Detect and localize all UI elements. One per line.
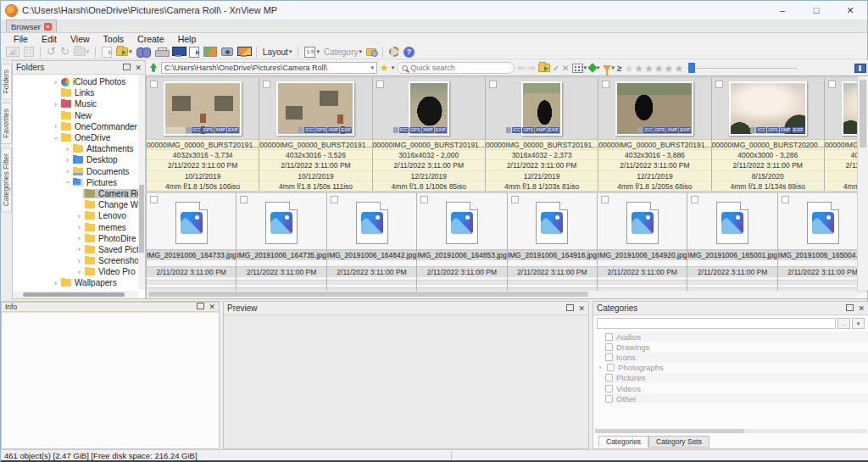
- categories-filter-input[interactable]: [597, 318, 836, 329]
- category-item[interactable]: Drawings: [605, 342, 868, 352]
- grid-vscrollbar[interactable]: [857, 76, 868, 290]
- browse-folder-button[interactable]: [538, 64, 550, 72]
- category-item[interactable]: Other: [605, 393, 868, 404]
- side-tab-folders[interactable]: Folders: [1, 64, 12, 99]
- file-checkbox[interactable]: [150, 196, 158, 203]
- categories-hscrollbar[interactable]: [595, 429, 866, 433]
- expander-icon[interactable]: ›: [64, 167, 71, 175]
- category-checkbox[interactable]: [605, 343, 613, 351]
- menu-view[interactable]: View: [64, 34, 96, 44]
- file-info-button[interactable]: [102, 47, 112, 58]
- folder-tree-item[interactable]: ›iCloud Photos: [13, 76, 138, 87]
- category-item[interactable]: Audios: [605, 331, 868, 342]
- folder-tree-item[interactable]: ›Screensho: [13, 255, 138, 266]
- close-panel-icon[interactable]: ✕: [135, 64, 142, 72]
- thumbnail-cell[interactable]: ICCGPSXMPEXIF00000IMG_00000_BURST20191..…: [147, 78, 259, 191]
- rating-operator-button[interactable]: ≥: [617, 64, 622, 73]
- category-item[interactable]: ›Photographs: [605, 363, 868, 373]
- tab-close-icon[interactable]: ✕: [44, 23, 52, 31]
- side-tab-favorites[interactable]: Favorites: [1, 103, 12, 144]
- close-button[interactable]: ✕: [833, 1, 867, 19]
- rating-stars[interactable]: ★★★★★★: [625, 60, 685, 75]
- thumbnail-photo[interactable]: ICCGPSXMPEXIF: [164, 81, 242, 136]
- file-cell[interactable]: IMG_20191006_164853.jpg2/11/2022 3:11:00…: [417, 193, 507, 299]
- settings-button[interactable]: [389, 47, 399, 57]
- file-checkbox[interactable]: [331, 196, 338, 203]
- menu-edit[interactable]: Edit: [36, 34, 63, 44]
- folder-tree-item[interactable]: ›Video Pro: [13, 266, 138, 277]
- select-button[interactable]: ✓: [553, 64, 559, 73]
- file-checkbox[interactable]: [240, 196, 248, 203]
- up-arrow-icon[interactable]: [148, 63, 159, 73]
- path-combobox[interactable]: C:\Users\Harsh\OneDrive\Pictures\Camera …: [161, 62, 377, 74]
- file-cell[interactable]: IMG_20191006_164733.jpg2/11/2022 3:11:00…: [147, 193, 236, 299]
- folder-tree-item[interactable]: ›Lenovo: [13, 210, 138, 221]
- filter-dropdown[interactable]: ▾: [603, 64, 615, 71]
- folder-tree-item[interactable]: ›Pictures: [13, 177, 138, 188]
- favorites-star-icon[interactable]: ★: [380, 63, 389, 73]
- folder-tree-item[interactable]: ›Music: [13, 98, 138, 109]
- category-checkbox[interactable]: [607, 364, 615, 371]
- thumbnail-cell[interactable]: ICCGPSXMPEXIF00000IMG_00000_BURST20191..…: [259, 78, 372, 191]
- maximize-button[interactable]: □: [799, 1, 833, 19]
- expander-icon[interactable]: ›: [52, 100, 59, 109]
- folders-hscrollbar[interactable]: [13, 291, 138, 298]
- file-cell[interactable]: IMG_20191006_164735.jpg2/11/2022 3:11:00…: [236, 193, 326, 299]
- people-tag-button[interactable]: [366, 48, 376, 56]
- folder-tree-item[interactable]: ›Saved Pict: [13, 244, 138, 255]
- open-folder-button[interactable]: ▾: [116, 47, 132, 56]
- info-close-icon[interactable]: ✕: [209, 302, 215, 312]
- category-checkbox[interactable]: [605, 385, 613, 392]
- rating-star[interactable]: ★: [665, 63, 675, 75]
- file-cell[interactable]: IMG_20191006_164918.jpg2/11/2022 3:11:00…: [508, 193, 598, 299]
- file-checkbox[interactable]: [601, 196, 609, 203]
- deselect-button[interactable]: ✕: [562, 64, 569, 73]
- rating-star[interactable]: ★: [654, 63, 665, 75]
- batch-convert-button[interactable]: [203, 47, 217, 57]
- thumbnail-cell[interactable]: ICCGPSXMPEXIF00000IMG_00000_BURST20191..…: [373, 78, 486, 191]
- file-checkbox[interactable]: [420, 196, 428, 203]
- file-cell[interactable]: IMG_20191006_164920.jpg2/11/2022 3:11:00…: [598, 193, 687, 299]
- folder-tree-item[interactable]: New: [13, 110, 138, 121]
- category-item[interactable]: Pictures: [605, 373, 868, 383]
- file-cell[interactable]: IMG_20191006_165004.jpg2/11/2022 3:11:00…: [778, 193, 868, 299]
- layout-dropdown[interactable]: Layout▾: [263, 47, 292, 57]
- thumbnail-cell[interactable]: ICCGPSXMPEXIF00000IMG_00000_BURST20191..…: [598, 78, 711, 191]
- category-checkbox[interactable]: [605, 333, 613, 341]
- convert-button[interactable]: [189, 47, 199, 58]
- preview-close-icon[interactable]: ✕: [578, 304, 585, 313]
- minimize-button[interactable]: –: [765, 1, 799, 19]
- favorites-dropdown-arrow[interactable]: ▾: [392, 64, 395, 71]
- folder-tree-item[interactable]: Links: [13, 87, 138, 98]
- thumbnail-cell[interactable]: ICCGPSXMPEXIF00000IMG_00000_BURST20191..…: [486, 78, 598, 191]
- thumbnail-photo[interactable]: ICCGPSXMPEXIF: [521, 81, 562, 136]
- help-button[interactable]: ?: [403, 47, 415, 58]
- wallpaper-button[interactable]: [237, 47, 250, 57]
- browser-tab[interactable]: Browser ✕: [6, 19, 57, 32]
- back-button[interactable]: ⇦: [517, 63, 525, 74]
- preview-float-icon[interactable]: [566, 306, 572, 311]
- expander-icon[interactable]: ›: [64, 156, 71, 164]
- file-cell[interactable]: IMG_20191006_165001.jpg2/11/2022 3:11:00…: [687, 193, 777, 299]
- panel-toggle-icon[interactable]: [854, 64, 866, 73]
- thumbnail-photo[interactable]: ICCGPSXMPEXIF: [615, 81, 693, 136]
- expander-icon[interactable]: ›: [64, 179, 72, 186]
- print-button[interactable]: [155, 47, 168, 57]
- thumbnail-cell[interactable]: ICCGPSXMPEXIF00000IMG_00000_BURST20200..…: [712, 78, 825, 191]
- search-button[interactable]: [136, 47, 151, 57]
- expander-icon[interactable]: ›: [52, 134, 60, 142]
- category-item[interactable]: Icons: [605, 352, 868, 362]
- menu-tools[interactable]: Tools: [97, 34, 131, 44]
- category-checkbox[interactable]: [605, 395, 613, 403]
- category-dropdown[interactable]: Category▾: [324, 47, 362, 57]
- file-checkbox[interactable]: [511, 196, 519, 203]
- expander-icon[interactable]: ›: [75, 245, 83, 253]
- thumbnail-checkbox[interactable]: [602, 81, 609, 88]
- thumbnail-photo[interactable]: ICCGPSXMPEXIF: [409, 81, 449, 136]
- slider-knob[interactable]: [688, 63, 695, 73]
- rating-star[interactable]: ★: [625, 63, 635, 75]
- fullscreen-button[interactable]: [24, 47, 34, 57]
- thumbnail-checkbox[interactable]: [489, 81, 497, 88]
- menu-create[interactable]: Create: [131, 34, 170, 44]
- folder-tree-item[interactable]: Camera Ro: [13, 188, 138, 199]
